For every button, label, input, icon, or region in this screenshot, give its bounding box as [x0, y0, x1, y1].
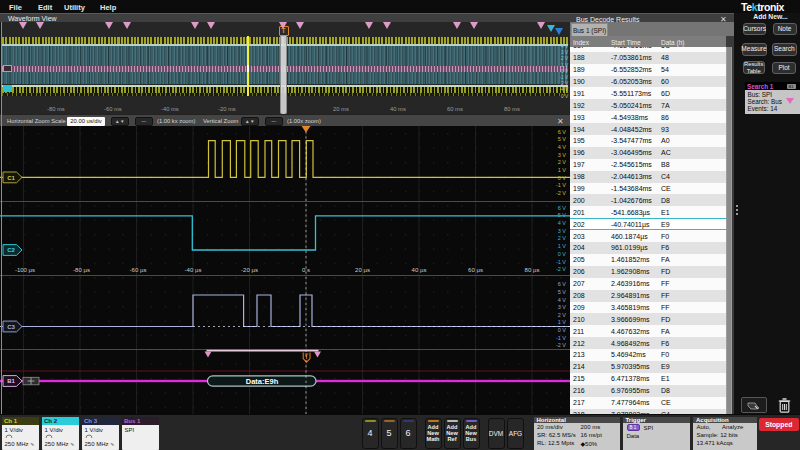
svg-text:-2 V: -2 V: [556, 190, 566, 196]
svg-text:-1 V: -1 V: [556, 259, 566, 265]
svg-text:-100 µs: -100 µs: [15, 267, 35, 273]
svg-text:-1 V: -1 V: [556, 335, 566, 341]
svg-text:6 V: 6 V: [558, 129, 567, 135]
svg-text:C3: C3: [7, 324, 15, 330]
svg-text:0 V: 0 V: [558, 327, 567, 333]
svg-text:6 V: 6 V: [558, 281, 567, 287]
svg-text:-40 µs: -40 µs: [185, 267, 202, 273]
svg-text:4 V: 4 V: [558, 297, 567, 303]
svg-text:0 s: 0 s: [302, 267, 310, 273]
svg-text:60 µs: 60 µs: [468, 267, 483, 273]
svg-text:C1: C1: [7, 175, 15, 181]
svg-text:-60 µs: -60 µs: [130, 267, 147, 273]
svg-text:1 V: 1 V: [558, 243, 567, 249]
svg-text:3 V: 3 V: [558, 304, 567, 310]
svg-text:6 V: 6 V: [558, 205, 567, 211]
svg-text:B1: B1: [7, 378, 15, 384]
svg-text:2 V: 2 V: [558, 235, 567, 241]
svg-text:80 µs: 80 µs: [525, 267, 540, 273]
svg-text:0 V: 0 V: [558, 175, 567, 181]
svg-text:5 V: 5 V: [558, 212, 567, 218]
svg-text:3 V: 3 V: [558, 152, 567, 158]
svg-text:-1 V: -1 V: [556, 182, 566, 188]
svg-text:-2 V: -2 V: [556, 266, 566, 272]
svg-text:4 V: 4 V: [558, 220, 567, 226]
svg-text:Data:E9h: Data:E9h: [246, 377, 279, 386]
svg-text:0 V: 0 V: [558, 251, 567, 257]
svg-text:5 V: 5 V: [558, 136, 567, 142]
svg-text:-2 V: -2 V: [556, 342, 566, 348]
svg-text:C2: C2: [7, 247, 15, 253]
svg-text:1 V: 1 V: [558, 167, 567, 173]
svg-text:40 µs: 40 µs: [412, 267, 427, 273]
svg-text:2 V: 2 V: [558, 159, 567, 165]
svg-text:3 V: 3 V: [558, 228, 567, 234]
svg-text:5 V: 5 V: [558, 289, 567, 295]
svg-text:-20 µs: -20 µs: [241, 267, 258, 273]
svg-text:-80 µs: -80 µs: [73, 267, 90, 273]
svg-text:4 V: 4 V: [558, 144, 567, 150]
svg-text:20 µs: 20 µs: [355, 267, 370, 273]
svg-text:2 V: 2 V: [558, 312, 567, 318]
svg-text:1 V: 1 V: [558, 319, 567, 325]
